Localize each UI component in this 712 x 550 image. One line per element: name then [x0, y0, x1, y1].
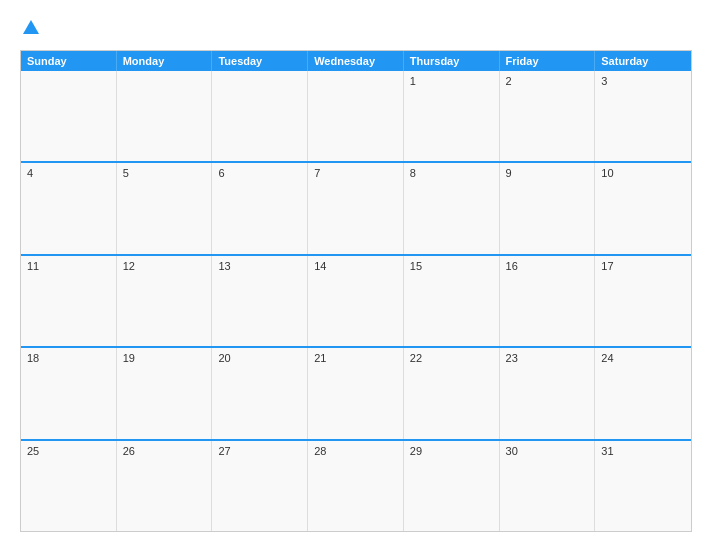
- day-number: 25: [27, 445, 39, 457]
- day-cell: 14: [308, 256, 404, 346]
- day-number: 16: [506, 260, 518, 272]
- day-cell: [212, 71, 308, 161]
- day-cell: 25: [21, 441, 117, 531]
- day-cell: [21, 71, 117, 161]
- logo: [20, 18, 120, 40]
- week-row-5: 25262728293031: [21, 441, 691, 531]
- week-row-1: 123: [21, 71, 691, 163]
- day-number: 5: [123, 167, 129, 179]
- day-cell: 1: [404, 71, 500, 161]
- day-number: 31: [601, 445, 613, 457]
- day-cell: 22: [404, 348, 500, 438]
- logo-triangle-icon: [22, 18, 40, 36]
- week-row-4: 18192021222324: [21, 348, 691, 440]
- day-headers-row: SundayMondayTuesdayWednesdayThursdayFrid…: [21, 51, 691, 71]
- day-number: 29: [410, 445, 422, 457]
- day-cell: 9: [500, 163, 596, 253]
- day-cell: 16: [500, 256, 596, 346]
- day-cell: 2: [500, 71, 596, 161]
- day-number: 8: [410, 167, 416, 179]
- day-number: 19: [123, 352, 135, 364]
- day-number: 24: [601, 352, 613, 364]
- day-number: 21: [314, 352, 326, 364]
- day-number: 7: [314, 167, 320, 179]
- week-row-2: 45678910: [21, 163, 691, 255]
- logo-row: [20, 18, 40, 40]
- day-cell: [308, 71, 404, 161]
- weeks-container: 1234567891011121314151617181920212223242…: [21, 71, 691, 531]
- calendar-page: SundayMondayTuesdayWednesdayThursdayFrid…: [0, 0, 712, 550]
- day-number: 10: [601, 167, 613, 179]
- day-cell: 15: [404, 256, 500, 346]
- day-number: 15: [410, 260, 422, 272]
- day-cell: 7: [308, 163, 404, 253]
- day-number: 11: [27, 260, 39, 272]
- day-number: 17: [601, 260, 613, 272]
- day-number: 4: [27, 167, 33, 179]
- day-cell: 12: [117, 256, 213, 346]
- day-number: 13: [218, 260, 230, 272]
- calendar-grid: SundayMondayTuesdayWednesdayThursdayFrid…: [20, 50, 692, 532]
- header: [20, 18, 692, 40]
- day-number: 3: [601, 75, 607, 87]
- day-cell: 5: [117, 163, 213, 253]
- day-number: 6: [218, 167, 224, 179]
- day-cell: 8: [404, 163, 500, 253]
- day-header-tuesday: Tuesday: [212, 51, 308, 71]
- day-header-wednesday: Wednesday: [308, 51, 404, 71]
- day-cell: 10: [595, 163, 691, 253]
- day-cell: 4: [21, 163, 117, 253]
- day-number: 9: [506, 167, 512, 179]
- day-number: 18: [27, 352, 39, 364]
- day-header-thursday: Thursday: [404, 51, 500, 71]
- day-cell: 30: [500, 441, 596, 531]
- day-cell: 13: [212, 256, 308, 346]
- day-cell: 11: [21, 256, 117, 346]
- day-header-monday: Monday: [117, 51, 213, 71]
- day-number: 12: [123, 260, 135, 272]
- day-number: 20: [218, 352, 230, 364]
- day-number: 27: [218, 445, 230, 457]
- day-cell: 26: [117, 441, 213, 531]
- day-number: 30: [506, 445, 518, 457]
- day-number: 14: [314, 260, 326, 272]
- day-number: 2: [506, 75, 512, 87]
- day-cell: 17: [595, 256, 691, 346]
- day-cell: 6: [212, 163, 308, 253]
- day-header-saturday: Saturday: [595, 51, 691, 71]
- day-number: 23: [506, 352, 518, 364]
- day-cell: 18: [21, 348, 117, 438]
- week-row-3: 11121314151617: [21, 256, 691, 348]
- day-number: 26: [123, 445, 135, 457]
- day-cell: [117, 71, 213, 161]
- day-cell: 3: [595, 71, 691, 161]
- day-number: 28: [314, 445, 326, 457]
- day-cell: 31: [595, 441, 691, 531]
- day-cell: 23: [500, 348, 596, 438]
- day-number: 1: [410, 75, 416, 87]
- day-number: 22: [410, 352, 422, 364]
- day-cell: 19: [117, 348, 213, 438]
- day-cell: 29: [404, 441, 500, 531]
- day-cell: 28: [308, 441, 404, 531]
- day-header-sunday: Sunday: [21, 51, 117, 71]
- day-cell: 21: [308, 348, 404, 438]
- svg-marker-0: [23, 20, 39, 34]
- day-cell: 24: [595, 348, 691, 438]
- day-cell: 27: [212, 441, 308, 531]
- day-cell: 20: [212, 348, 308, 438]
- day-header-friday: Friday: [500, 51, 596, 71]
